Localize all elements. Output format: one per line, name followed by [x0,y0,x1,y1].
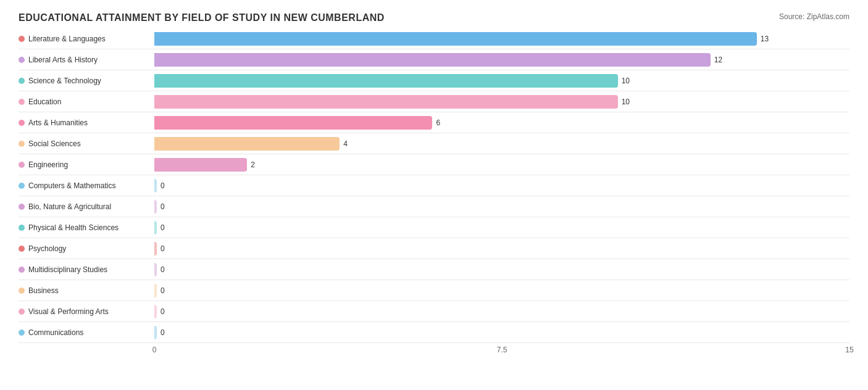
bar-label: Literature & Languages [19,35,154,43]
bar-value-label: 0 [161,244,165,253]
bar-fill [154,305,157,318]
label-dot [19,204,25,210]
bar-value-label: 0 [161,307,165,316]
label-dot [19,99,25,105]
bar-row: Psychology0 [19,238,849,259]
bar-track: 0 [154,284,849,297]
bar-label: Bio, Nature & Agricultural [19,202,154,211]
chart-area: Literature & Languages13Liberal Arts & H… [19,28,849,343]
bar-fill [154,158,247,172]
label-dot [19,183,25,189]
label-text: Liberal Arts & History [28,56,98,64]
label-text: Communications [28,328,83,337]
bar-fill [154,53,711,67]
bar-track: 0 [154,179,849,193]
bar-row: Computers & Mathematics0 [19,175,849,196]
bar-label: Business [19,286,154,295]
bar-row: Arts & Humanities6 [19,112,849,133]
label-text: Social Sciences [28,139,81,148]
bar-value-label: 6 [436,118,440,127]
bar-track: 10 [154,74,849,88]
x-axis-container: 07.515 [19,346,849,358]
bar-row: Visual & Performing Arts0 [19,301,849,322]
bar-fill [154,200,157,214]
bar-fill [154,74,618,88]
bar-value-label: 0 [161,202,165,211]
bar-value-label: 0 [161,286,165,295]
label-dot [19,141,25,147]
bar-fill [154,221,157,234]
source-label: Source: ZipAtlas.com [779,12,849,21]
bar-track: 0 [154,200,849,214]
bar-track: 10 [154,95,849,109]
bar-track: 0 [154,326,849,339]
bar-label: Education [19,98,154,106]
label-dot [19,330,25,336]
label-dot [19,36,25,42]
bar-track: 12 [154,53,849,67]
bar-label: Social Sciences [19,139,154,148]
label-dot [19,267,25,273]
bar-track: 0 [154,263,849,276]
label-text: Psychology [28,244,66,253]
bar-row: Bio, Nature & Agricultural0 [19,196,849,217]
bar-row: Communications0 [19,322,849,343]
label-text: Multidisciplinary Studies [28,265,107,274]
label-dot [19,57,25,63]
bar-track: 13 [154,32,849,46]
bar-row: Social Sciences4 [19,133,849,154]
bar-value-label: 0 [161,328,165,337]
bar-value-label: 4 [343,139,348,148]
label-text: Science & Technology [28,77,101,85]
bar-value-label: 10 [622,77,630,85]
x-axis-label: 15 [845,346,853,354]
bar-fill [154,326,157,339]
bar-row: Multidisciplinary Studies0 [19,259,849,280]
bar-value-label: 0 [161,265,165,274]
bar-value-label: 2 [251,160,255,169]
bar-value-label: 10 [622,98,630,106]
bar-label: Science & Technology [19,77,154,85]
bar-value-label: 12 [714,56,722,64]
bar-fill [154,284,157,297]
x-axis-label: 0 [152,346,157,354]
bar-track: 0 [154,221,849,234]
bar-label: Visual & Performing Arts [19,307,154,316]
bar-track: 0 [154,305,849,318]
label-dot [19,162,25,168]
bar-track: 6 [154,116,849,130]
chart-container: EDUCATIONAL ATTAINMENT BY FIELD OF STUDY… [0,0,868,390]
x-axis-label: 7.5 [497,346,507,354]
label-text: Literature & Languages [28,35,106,43]
bar-row: Education10 [19,91,849,112]
bar-track: 2 [154,158,849,172]
bar-fill [154,179,157,193]
bar-fill [154,263,157,276]
bar-row: Literature & Languages13 [19,28,849,49]
label-dot [19,225,25,231]
bar-value-label: 13 [761,35,769,43]
label-dot [19,288,25,294]
bar-row: Liberal Arts & History12 [19,49,849,70]
bar-row: Science & Technology10 [19,70,849,91]
bar-label: Engineering [19,160,154,169]
label-dot [19,309,25,315]
label-text: Business [28,286,59,295]
bar-label: Communications [19,328,154,337]
bar-fill [154,137,340,151]
bar-track: 4 [154,137,849,151]
bar-label: Liberal Arts & History [19,56,154,64]
bar-label: Physical & Health Sciences [19,223,154,232]
bar-label: Arts & Humanities [19,118,154,127]
label-text: Education [28,98,61,106]
bar-fill [154,116,432,130]
bar-label: Computers & Mathematics [19,181,154,190]
bar-value-label: 0 [161,223,165,232]
label-dot [19,246,25,252]
label-text: Arts & Humanities [28,118,88,127]
label-text: Physical & Health Sciences [28,223,119,232]
label-dot [19,120,25,126]
label-text: Bio, Nature & Agricultural [28,202,111,211]
bar-label: Multidisciplinary Studies [19,265,154,274]
label-text: Visual & Performing Arts [28,307,109,316]
